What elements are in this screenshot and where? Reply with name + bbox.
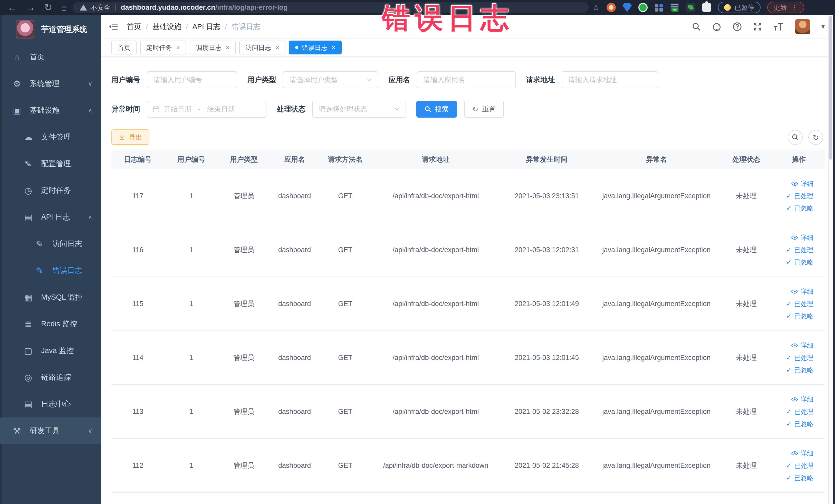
search-icon	[792, 134, 799, 141]
action-processed-link[interactable]: ✓已处理	[773, 405, 813, 418]
action-processed-link[interactable]: ✓已处理	[773, 298, 813, 310]
font-size-icon[interactable]	[773, 22, 784, 31]
app-name-input[interactable]	[417, 72, 516, 88]
sidebar-fold-icon[interactable]	[109, 23, 118, 31]
refresh-table-button[interactable]: ↻	[808, 130, 823, 145]
action-ignored-link[interactable]: ✓已忽略	[773, 202, 813, 215]
search-button[interactable]: 搜索	[416, 101, 457, 118]
tab-1[interactable]: 定时任务×	[140, 41, 186, 55]
sidebar-item-14[interactable]: ⚒研发工具∨	[0, 418, 101, 444]
paused-badge[interactable]: 已暂停	[718, 2, 760, 13]
action-label: 已处理	[794, 190, 813, 202]
action-ignored-link[interactable]: ✓已忽略	[773, 364, 813, 376]
tab-3[interactable]: 访问日志×	[239, 41, 285, 55]
action-detail-link[interactable]: 详细	[773, 285, 813, 298]
update-button[interactable]: 更新 ⋮	[767, 2, 804, 13]
action-detail-link[interactable]: 详细	[773, 177, 813, 190]
close-icon[interactable]: ×	[275, 44, 279, 52]
action-detail-link[interactable]: 详细	[773, 339, 813, 351]
chevron-down-icon[interactable]: ▾	[821, 23, 825, 31]
table-row-112: 1121管理员dashboardGET/api/infra/db-doc/exp…	[111, 439, 825, 492]
sidebar-item-12[interactable]: ◎链路追踪	[0, 364, 101, 391]
action-detail-link[interactable]: 详细	[773, 393, 813, 405]
extension-onoff-icon[interactable]: on	[670, 3, 679, 12]
cell-user_type: 管理员	[218, 385, 269, 439]
close-icon[interactable]: ×	[176, 44, 180, 52]
breadcrumb-item-0[interactable]: 首页	[127, 22, 141, 32]
request-url-input[interactable]	[562, 72, 658, 88]
action-processed-link[interactable]: ✓已处理	[773, 190, 813, 202]
extension-grid-icon[interactable]	[654, 3, 664, 12]
forward-icon[interactable]: →	[26, 0, 36, 15]
action-ignored-link[interactable]: ✓已忽略	[773, 418, 813, 430]
scrollbar-thumb[interactable]	[829, 16, 832, 160]
tab-2[interactable]: 调度日志×	[190, 41, 236, 55]
toggle-search-button[interactable]	[788, 130, 803, 145]
annotation-overlay-text: 错误日志	[382, 1, 513, 35]
user-id-input[interactable]	[147, 72, 237, 88]
sidebar-item-9[interactable]: ▦MySQL 监控	[0, 284, 101, 311]
export-button-label: 导出	[129, 133, 142, 142]
user-avatar[interactable]	[795, 19, 810, 34]
cell-actions: 详细✓已处理✓已忽略	[773, 277, 825, 331]
fullscreen-icon[interactable]	[753, 22, 762, 31]
help-icon[interactable]	[733, 22, 742, 31]
sidebar-item-5[interactable]: ◷定时任务	[0, 177, 101, 204]
action-processed-link[interactable]: ✓已处理	[773, 244, 813, 256]
reload-icon[interactable]: ↻	[44, 0, 53, 15]
vertical-scrollbar[interactable]	[828, 15, 833, 504]
tab-4[interactable]: 错误日志×	[289, 41, 342, 55]
check-icon: ✓	[786, 351, 792, 364]
table-header-row: 日志编号用户编号用户类型应用名请求方法名请求地址异常发生时间异常名处理状态操作	[111, 150, 825, 169]
export-button[interactable]: 导出	[111, 129, 149, 145]
tab-0[interactable]: 首页	[111, 41, 137, 55]
extensions-puzzle-icon[interactable]	[702, 3, 711, 12]
extension-orange-icon[interactable]	[607, 3, 616, 12]
extension-green-icon[interactable]	[638, 3, 648, 12]
extension-shield-icon[interactable]	[623, 3, 632, 12]
sidebar-item-7[interactable]: ✎访问日志	[0, 230, 101, 257]
extension-leaf-icon[interactable]	[686, 3, 695, 12]
sidebar-item-1[interactable]: ⚙系统管理∨	[0, 70, 101, 97]
home-icon[interactable]: ⌂	[61, 0, 67, 15]
app-name-label: 应用名	[389, 75, 410, 85]
process-status-select[interactable]: 请选择处理状态	[312, 101, 406, 118]
sidebar-item-10[interactable]: ≣Redis 监控	[0, 311, 101, 337]
action-processed-link[interactable]: ✓已处理	[773, 459, 813, 472]
cell-time: 2021-05-03 12:01:49	[501, 277, 593, 331]
error-log-table: 日志编号用户编号用户类型应用名请求方法名请求地址异常发生时间异常名处理状态操作 …	[111, 150, 825, 493]
action-processed-link[interactable]: ✓已处理	[773, 351, 813, 364]
sidebar-item-6[interactable]: ▤API 日志∧	[0, 204, 101, 230]
back-icon[interactable]: ←	[7, 0, 17, 15]
sidebar-item-11[interactable]: ▢Java 监控	[0, 337, 101, 364]
action-ignored-link[interactable]: ✓已忽略	[773, 256, 813, 268]
sidebar-item-13[interactable]: ▤日志中心	[0, 391, 101, 418]
action-detail-link[interactable]: 详细	[773, 447, 813, 459]
action-ignored-link[interactable]: ✓已忽略	[773, 310, 813, 322]
github-icon[interactable]	[712, 22, 721, 31]
close-icon[interactable]: ×	[226, 44, 229, 52]
url-host: dashboard.yudao.iocoder.cn	[121, 4, 216, 12]
sidebar-item-3[interactable]: ☁文件管理	[0, 124, 101, 150]
action-ignored-link[interactable]: ✓已忽略	[773, 472, 813, 484]
cell-time: 2021-05-02 23:32:28	[501, 385, 593, 439]
action-detail-link[interactable]: 详细	[773, 231, 813, 244]
breadcrumb-item-2[interactable]: API 日志	[192, 22, 221, 32]
close-icon[interactable]: ×	[332, 44, 335, 52]
user-type-select[interactable]: 请选择用户类型	[283, 72, 378, 88]
sidebar-item-8[interactable]: ✎错误日志	[0, 257, 101, 284]
reset-button[interactable]: ↻ 重置	[464, 101, 504, 118]
exception-time-range-picker[interactable]: 开始日期 - 结束日期	[147, 101, 266, 118]
emoji-face-icon	[724, 4, 731, 11]
sidebar-item-4[interactable]: ✎配置管理	[0, 150, 101, 177]
sidebar-item-0[interactable]: ⌂首页	[0, 44, 101, 70]
process-status-placeholder: 请选择处理状态	[319, 104, 395, 114]
breadcrumb-item-1[interactable]: 基础设施	[152, 22, 181, 32]
sidebar-item-2[interactable]: ▣基础设施∧	[0, 97, 101, 124]
refresh-icon: ↻	[812, 133, 819, 142]
kebab-menu-icon[interactable]: ⋮	[791, 4, 798, 12]
cell-exception: java.lang.IllegalArgumentException	[593, 277, 720, 331]
app-logo-row[interactable]: 芋道管理系统	[0, 15, 101, 44]
bookmark-star-icon[interactable]: ☆	[592, 2, 600, 13]
search-icon[interactable]	[692, 22, 701, 31]
